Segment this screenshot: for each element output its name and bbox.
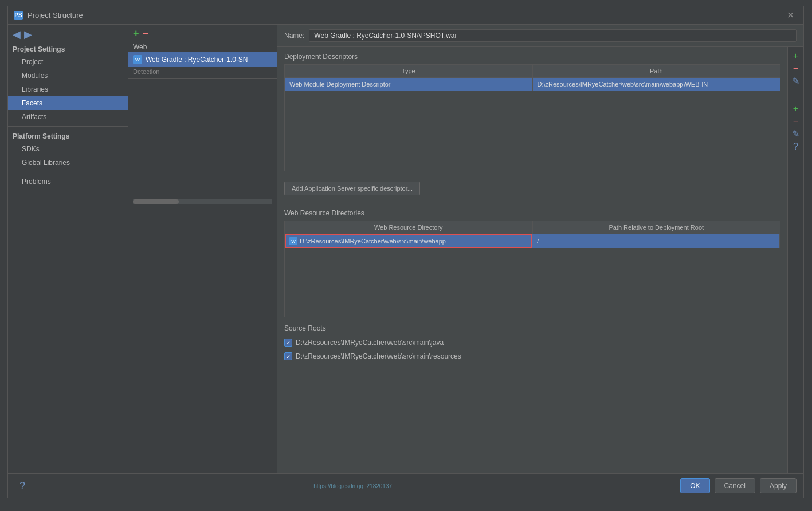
main-flex: Deployment Descriptors Type Path Web Mod… (277, 47, 803, 473)
deployment-edit-button[interactable]: ✎ (790, 77, 802, 86)
name-bar: Name: (277, 25, 803, 47)
deployment-area: Type Path Web Module Deployment Descript… (284, 64, 780, 177)
nav-forward-button[interactable]: ▶ (24, 29, 32, 40)
sidebar-item-project[interactable]: Project (8, 55, 128, 69)
middle-scrollbar[interactable] (133, 199, 272, 204)
watermark: https://blog.csdn.qq_21820137 (313, 483, 392, 489)
project-settings-header: Project Settings (8, 42, 128, 55)
deployment-cell-path-0: D:\zResources\IMRyeCatcher\web\src\main\… (533, 78, 780, 91)
deployment-table: Type Path Web Module Deployment Descript… (284, 64, 780, 171)
middle-toolbar: + − (128, 25, 277, 42)
web-resource-col1: Web Resource Directory (285, 221, 533, 234)
web-resource-path-0: / (532, 234, 780, 248)
deployment-col-type: Type (285, 65, 533, 77)
deployment-table-header: Type Path (285, 65, 780, 78)
add-facet-button[interactable]: + (133, 28, 139, 38)
detection-label: Detection (128, 67, 277, 76)
project-structure-dialog: PS Project Structure ✕ ◀ ▶ Project Setti… (7, 6, 804, 498)
apply-button[interactable]: Apply (760, 478, 797, 493)
sidebar: ◀ ▶ Project Settings Project Modules Lib… (8, 25, 128, 473)
source-root-1[interactable]: ✓ D:\zResources\IMRyeCatcher\web\src\mai… (284, 349, 780, 363)
sidebar-divider (8, 126, 128, 127)
right-toolbar: + − ✎ + − ✎ ? (787, 47, 803, 473)
title-bar: PS Project Structure ✕ (8, 6, 803, 25)
deployment-row-0[interactable]: Web Module Deployment Descriptor D:\zRes… (285, 78, 780, 91)
web-resource-empty (285, 248, 780, 317)
web-resource-dir-0: W D:\zResources\IMRyeCatcher\web\src\mai… (285, 234, 532, 248)
web-resource-add-button[interactable]: + (790, 104, 802, 113)
source-root-checkbox-0[interactable]: ✓ (284, 339, 292, 347)
sidebar-item-facets[interactable]: Facets (8, 96, 128, 110)
facet-item-label: Web Gradle : RyeCatcher-1.0-SN (146, 56, 248, 64)
source-root-path-0: D:\zResources\IMRyeCatcher\web\src\main\… (296, 339, 444, 347)
sidebar-item-global-libraries[interactable]: Global Libraries (8, 156, 128, 170)
web-resource-help-button[interactable]: ? (790, 142, 802, 151)
facet-icon: W (133, 55, 142, 64)
deployment-cell-type-0: Web Module Deployment Descriptor (285, 78, 533, 91)
middle-divider (128, 78, 277, 79)
web-resource-row-0[interactable]: W D:\zResources\IMRyeCatcher\web\src\mai… (285, 234, 780, 248)
web-resource-edit-button[interactable]: ✎ (790, 129, 802, 139)
ok-button[interactable]: OK (680, 478, 709, 493)
source-root-checkbox-1[interactable]: ✓ (284, 352, 292, 360)
sidebar-item-modules[interactable]: Modules (8, 69, 128, 82)
deployment-add-button[interactable]: + (790, 52, 802, 61)
sidebar-item-problems[interactable]: Problems (8, 175, 128, 188)
deployment-section-title: Deployment Descriptors (284, 53, 780, 61)
dialog-title: Project Structure (28, 11, 783, 19)
close-button[interactable]: ✕ (783, 9, 798, 22)
sidebar-item-sdks[interactable]: SDKs (8, 142, 128, 156)
middle-section-label: Web (128, 42, 277, 52)
web-resource-col2: Path Relative to Deployment Root (533, 221, 780, 234)
source-root-path-1: D:\zResources\IMRyeCatcher\web\src\main\… (296, 352, 461, 360)
sidebar-divider-2 (8, 172, 128, 172)
add-descriptor-button[interactable]: Add Application Server specific descript… (284, 182, 420, 195)
content-area: Deployment Descriptors Type Path Web Mod… (277, 47, 787, 473)
deployment-table-wrap: Type Path Web Module Deployment Descript… (284, 64, 780, 177)
web-resource-dir-icon: W (289, 237, 297, 245)
nav-back-button[interactable]: ◀ (13, 29, 21, 40)
facet-item[interactable]: W Web Gradle : RyeCatcher-1.0-SN (128, 52, 277, 67)
web-resource-table: Web Resource Directory Path Relative to … (284, 221, 780, 317)
deployment-remove-button[interactable]: − (790, 64, 802, 73)
web-resource-remove-button[interactable]: − (790, 117, 802, 126)
sidebar-item-artifacts[interactable]: Artifacts (8, 110, 128, 124)
web-resource-header: Web Resource Directory Path Relative to … (285, 221, 780, 234)
remove-facet-button[interactable]: − (143, 28, 149, 38)
main-content: Name: Deployment Descriptors Type Path (277, 25, 803, 473)
source-roots-section-title: Source Roots (284, 324, 780, 332)
dialog-body: ◀ ▶ Project Settings Project Modules Lib… (8, 25, 803, 473)
dialog-icon: PS (14, 11, 23, 20)
bottom-bar: ? https://blog.csdn.qq_21820137 OK Cance… (8, 473, 803, 498)
cancel-button[interactable]: Cancel (715, 478, 755, 493)
add-descriptor-wrap: Add Application Server specific descript… (284, 182, 780, 203)
help-icon[interactable]: ? (19, 480, 25, 492)
name-input[interactable] (309, 29, 797, 42)
nav-toolbar: ◀ ▶ (8, 27, 128, 42)
scrollbar-area (128, 196, 277, 206)
deployment-empty (285, 91, 780, 171)
sidebar-item-libraries[interactable]: Libraries (8, 82, 128, 96)
name-label: Name: (284, 32, 304, 40)
platform-settings-header: Platform Settings (8, 129, 128, 142)
web-resource-section-title: Web Resource Directories (284, 209, 780, 217)
middle-panel: + − Web W Web Gradle : RyeCatcher-1.0-SN… (128, 25, 277, 473)
deployment-col-path: Path (533, 65, 780, 77)
source-root-0[interactable]: ✓ D:\zResources\IMRyeCatcher\web\src\mai… (284, 336, 780, 349)
